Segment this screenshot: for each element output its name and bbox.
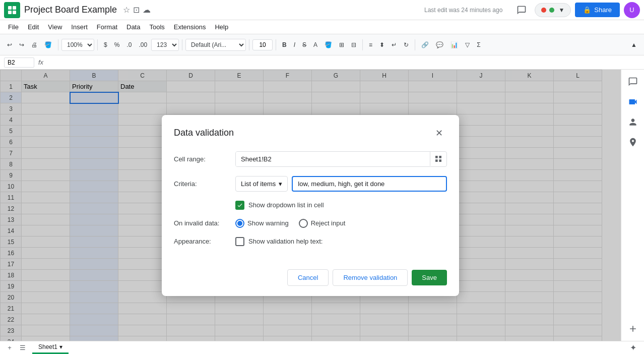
toolbar-sep-6 (362, 39, 363, 50)
cloud-icon[interactable]: ☁ (143, 5, 151, 15)
cell-reference-input[interactable] (4, 57, 34, 68)
redo-button[interactable]: ↪ (16, 39, 27, 50)
sidebar-chat-icon[interactable] (625, 74, 641, 90)
italic-button[interactable]: I (291, 39, 298, 50)
show-dropdown-checkbox[interactable] (235, 201, 244, 210)
menu-insert[interactable]: Insert (67, 22, 92, 32)
add-sheet-button[interactable]: + (4, 342, 15, 353)
toolbar-sep-4 (249, 39, 249, 50)
cell-range-input[interactable] (236, 152, 430, 166)
criteria-label: Criteria: (174, 180, 229, 188)
sheet-list-button[interactable]: ☰ (17, 342, 28, 353)
modal-title: Data validation (174, 128, 234, 138)
zoom-select[interactable]: 100% (61, 39, 94, 51)
sidebar-meet-icon[interactable] (625, 94, 641, 110)
link-button[interactable]: 🔗 (418, 39, 432, 50)
star-icon[interactable]: ☆ (123, 5, 130, 15)
menu-view[interactable]: View (44, 22, 66, 32)
criteria-dropdown-icon: ▾ (279, 180, 282, 188)
merge-button[interactable]: ⊟ (348, 39, 359, 50)
share-button[interactable]: 🔒 Share (575, 3, 620, 17)
show-warning-radio[interactable] (235, 219, 244, 228)
rotate-button[interactable]: ↻ (401, 39, 412, 50)
modal-header: Data validation ✕ (162, 115, 459, 147)
toolbar-sep-3 (182, 39, 182, 50)
show-dropdown-row: Show dropdown list in cell (235, 201, 447, 210)
sidebar-contacts-icon[interactable] (625, 114, 641, 130)
valign-button[interactable]: ⬍ (376, 39, 388, 50)
lock-icon: 🔒 (583, 6, 591, 14)
criteria-row: Criteria: List of items ▾ (174, 176, 447, 192)
menu-file[interactable]: File (4, 22, 23, 32)
undo-button[interactable]: ↩ (4, 39, 15, 50)
comments-button[interactable] (512, 1, 531, 19)
menu-data[interactable]: Data (122, 22, 144, 32)
dollar-button[interactable]: $ (101, 39, 110, 50)
toolbar-sep-2 (97, 39, 98, 50)
last-edit-text: Last edit was 24 minutes ago (424, 7, 502, 14)
comment-button[interactable]: 💬 (433, 39, 446, 50)
show-help-checkbox[interactable] (235, 237, 244, 246)
avatar[interactable]: U (624, 2, 640, 18)
remove-validation-button[interactable]: Remove validation (333, 269, 408, 286)
explore-button[interactable]: ✦ (626, 341, 640, 355)
criteria-value-input[interactable] (292, 176, 447, 192)
range-grid-icon[interactable] (430, 152, 446, 166)
bold-button[interactable]: B (279, 39, 290, 50)
meet-button[interactable]: ▼ (535, 3, 571, 17)
sheet-controls: + ☰ (4, 342, 28, 353)
decimal-dec-button[interactable]: .0 (123, 39, 135, 50)
filter-button[interactable]: ▽ (462, 39, 473, 50)
criteria-type-select[interactable]: List of items ▾ (235, 176, 288, 192)
sheet1-tab-arrow: ▾ (59, 343, 62, 350)
drive-icon[interactable]: ⊡ (133, 5, 140, 15)
function-button[interactable]: Σ (474, 39, 483, 50)
modal-body: Cell range: Criteria: L (162, 147, 459, 265)
formula-input[interactable] (47, 58, 640, 66)
strikethrough-button[interactable]: S (299, 39, 309, 50)
data-validation-modal: Data validation ✕ Cell range: (162, 115, 459, 296)
menu-tools[interactable]: Tools (145, 22, 168, 32)
hide-toolbar-button[interactable]: ▲ (628, 39, 640, 50)
sidebar-add-icon[interactable] (625, 321, 641, 337)
cell-range-row: Cell range: (174, 151, 447, 167)
sheet1-tab[interactable]: Sheet1 ▾ (32, 341, 69, 354)
sidebar-maps-icon[interactable] (625, 134, 641, 150)
menu-edit[interactable]: Edit (24, 22, 43, 32)
fx-label: fx (38, 58, 43, 66)
decimal-inc-button[interactable]: .00 (136, 39, 150, 50)
app-icon[interactable] (4, 2, 20, 18)
reject-input-radio[interactable] (299, 219, 308, 228)
show-help-label: Show validation help text: (248, 238, 323, 245)
show-dropdown-label: Show dropdown list in cell (248, 201, 324, 209)
percent-button[interactable]: % (111, 39, 123, 50)
format-num-select[interactable]: 123 (151, 39, 179, 51)
font-select[interactable]: Default (Ari... (185, 39, 246, 51)
top-bar: Project Board Example ☆ ⊡ ☁ Last edit wa… (0, 0, 644, 20)
modal-close-button[interactable]: ✕ (431, 125, 447, 141)
fill-color-button[interactable]: 🪣 (321, 39, 335, 50)
align-button[interactable]: ≡ (366, 39, 375, 50)
paint-format-button[interactable]: 🪣 (41, 39, 55, 50)
wrap-button[interactable]: ↵ (389, 39, 400, 50)
menu-extensions[interactable]: Extensions (170, 22, 210, 32)
toolbar-sep-7 (415, 39, 415, 50)
share-label: Share (594, 6, 612, 14)
borders-button[interactable]: ⊞ (336, 39, 347, 50)
menu-bar: File Edit View Insert Format Data Tools … (0, 20, 644, 34)
cancel-button[interactable]: Cancel (287, 269, 329, 286)
sheet1-tab-label: Sheet1 (38, 343, 57, 350)
print-button[interactable]: 🖨 (28, 39, 40, 50)
show-warning-label: Show warning (247, 219, 289, 227)
text-color-button[interactable]: A (310, 39, 320, 50)
reject-input-option[interactable]: Reject input (299, 219, 346, 228)
chart-button[interactable]: 📊 (447, 39, 461, 50)
save-button[interactable]: Save (412, 270, 447, 285)
toolbar-sep-1 (58, 39, 58, 50)
menu-help[interactable]: Help (211, 22, 232, 32)
menu-format[interactable]: Format (93, 22, 121, 32)
font-size-input[interactable] (252, 39, 273, 50)
show-warning-option[interactable]: Show warning (235, 219, 289, 228)
criteria-wrap: List of items ▾ (235, 176, 447, 192)
toolbar: ↩ ↪ 🖨 🪣 100% $ % .0 .00 123 Default (Ari… (0, 34, 644, 55)
